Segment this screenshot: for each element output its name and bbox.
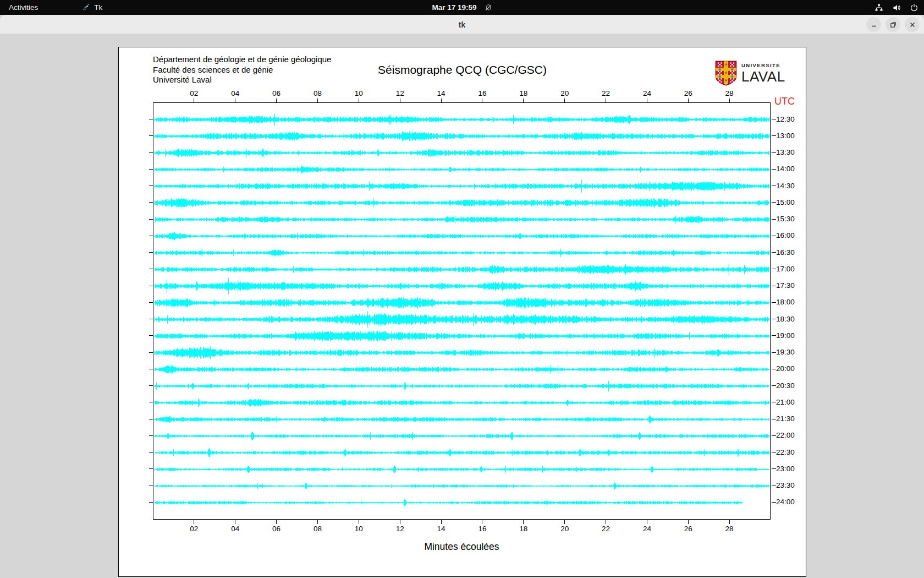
maximize-icon: [890, 21, 897, 28]
x-tick-bottom: [317, 520, 318, 524]
x-tick-label-top: 10: [350, 89, 367, 97]
x-tick-top: [729, 99, 730, 102]
x-tick-top: [482, 99, 482, 102]
x-tick-bottom: [482, 520, 482, 524]
x-tick-label-top: 20: [557, 89, 573, 97]
utc-time-label: 23:00: [776, 465, 795, 473]
close-icon: [909, 21, 916, 28]
utc-time-label: 17:30: [776, 281, 795, 290]
trace-tick-left: [149, 269, 153, 269]
universite-laval-logo: UNIVERSITÉ LAVAL: [714, 61, 785, 86]
x-tick-label-top: 06: [268, 89, 285, 97]
trace-tick-left: [149, 302, 153, 303]
utc-time-label: 16:00: [776, 231, 795, 239]
trace-tick-right: [772, 369, 776, 369]
x-tick-label-top: 28: [721, 89, 738, 97]
utc-time-label: 21:30: [776, 415, 795, 423]
x-tick-label-bottom: 14: [433, 525, 449, 533]
trace-tick-right: [772, 352, 776, 353]
clock[interactable]: Mar 17 19:59: [432, 3, 476, 12]
utc-time-label: 20:30: [776, 381, 795, 390]
x-tick-label-bottom: 18: [515, 525, 532, 533]
x-tick-top: [647, 99, 647, 102]
x-tick-bottom: [564, 520, 565, 524]
x-tick-bottom: [359, 520, 359, 524]
x-tick-top: [688, 99, 689, 102]
trace-tick-right: [772, 385, 776, 386]
x-tick-top: [235, 99, 235, 102]
x-tick-label-bottom: 08: [309, 525, 326, 533]
utc-time-label: 23:30: [776, 481, 795, 489]
window-titlebar[interactable]: tk: [0, 15, 924, 34]
x-tick-label-bottom: 06: [268, 525, 285, 533]
utc-time-label: 18:00: [776, 298, 795, 306]
x-tick-label-top: 02: [186, 89, 202, 97]
x-tick-label-top: 04: [227, 89, 244, 97]
x-tick-label-top: 22: [598, 89, 614, 97]
maximize-button[interactable]: [886, 17, 900, 32]
utc-time-label: 12:30: [776, 115, 795, 123]
utc-time-label: 14:00: [776, 165, 795, 173]
trace-tick-left: [149, 169, 153, 170]
window-title: tk: [0, 15, 924, 34]
network-wired-icon[interactable]: [875, 3, 883, 12]
logo-small-text: UNIVERSITÉ: [741, 63, 785, 68]
trace-tick-left: [149, 236, 153, 236]
trace-tick-left: [149, 152, 153, 153]
trace-tick-left: [149, 352, 153, 353]
x-tick-top: [194, 99, 194, 102]
trace-tick-left: [149, 286, 153, 286]
x-tick-bottom: [688, 520, 689, 524]
x-tick-label-top: 18: [515, 89, 532, 97]
x-tick-bottom: [606, 520, 606, 524]
trace-tick-right: [772, 236, 776, 236]
x-tick-top: [564, 99, 565, 102]
trace-tick-left: [149, 435, 153, 436]
trace-tick-right: [772, 452, 776, 452]
logo-large-text: LAVAL: [741, 69, 785, 84]
notifications-disabled-icon: [485, 4, 492, 12]
power-icon[interactable]: [910, 3, 919, 12]
utc-time-label: 18:30: [776, 315, 795, 323]
volume-icon[interactable]: [892, 3, 901, 12]
x-tick-bottom: [647, 520, 647, 524]
x-tick-top: [441, 99, 442, 102]
x-tick-top: [276, 99, 277, 102]
trace-tick-right: [772, 435, 776, 436]
x-tick-label-top: 08: [309, 89, 326, 97]
trace-tick-right: [772, 219, 776, 220]
minimize-button[interactable]: [866, 17, 881, 32]
utc-label: UTC: [774, 96, 795, 107]
close-button[interactable]: [905, 17, 920, 32]
utc-time-label: 21:00: [776, 398, 795, 406]
trace-tick-left: [149, 335, 153, 336]
utc-time-label: 19:00: [776, 331, 795, 340]
trace-tick-left: [149, 502, 153, 503]
x-tick-bottom: [441, 520, 442, 524]
trace-tick-left: [149, 119, 153, 119]
x-tick-bottom: [276, 520, 277, 524]
trace-tick-right: [772, 202, 776, 203]
x-tick-bottom: [400, 520, 400, 524]
trace-canvas: [153, 103, 770, 519]
trace-tick-right: [772, 419, 776, 419]
trace-tick-left: [149, 135, 153, 136]
x-tick-top: [317, 99, 318, 102]
utc-time-label: 15:30: [776, 215, 795, 223]
trace-tick-left: [149, 202, 153, 203]
x-tick-label-top: 12: [392, 89, 408, 97]
seismograph-canvas: Département de géologie et de génie géol…: [118, 47, 806, 577]
utc-time-label: 13:30: [776, 148, 795, 156]
trace-tick-left: [149, 319, 153, 319]
x-tick-label-bottom: 20: [557, 525, 573, 533]
trace-tick-right: [772, 319, 776, 319]
utc-time-label: 17:00: [776, 265, 795, 273]
trace-tick-right: [772, 335, 776, 336]
trace-tick-left: [149, 219, 153, 220]
x-tick-label-bottom: 02: [186, 525, 202, 533]
trace-tick-left: [149, 252, 153, 253]
x-tick-label-bottom: 12: [392, 525, 408, 533]
utc-time-label: 19:30: [776, 348, 795, 356]
x-tick-label-bottom: 26: [680, 525, 696, 533]
trace-tick-right: [772, 302, 776, 303]
